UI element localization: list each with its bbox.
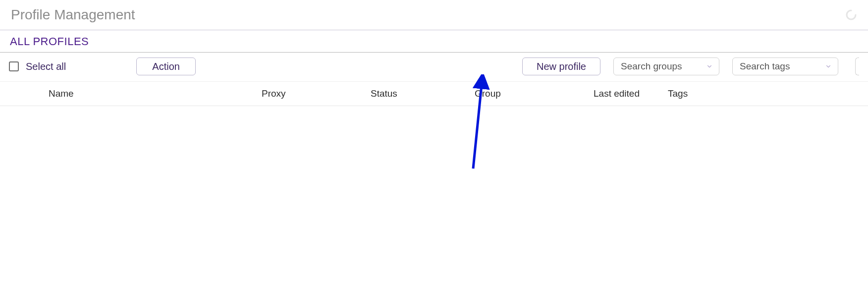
col-last-edited: Last edited	[594, 88, 668, 99]
loading-icon	[845, 9, 857, 21]
section-heading-row: ALL PROFILES	[0, 30, 868, 53]
search-tags-placeholder: Search tags	[740, 61, 790, 72]
table-header: Name Proxy Status Group Last edited Tags	[0, 82, 868, 106]
search-tags-select[interactable]: Search tags	[732, 58, 838, 75]
toolbar: Select all Action New profile Search gro…	[0, 53, 868, 82]
chevron-down-icon	[825, 63, 832, 70]
page-title: Profile Management	[11, 7, 135, 23]
search-groups-placeholder: Search groups	[621, 61, 682, 72]
select-all-checkbox[interactable]	[9, 61, 19, 71]
action-button[interactable]: Action	[136, 58, 196, 75]
col-status: Status	[371, 88, 475, 99]
search-groups-select[interactable]: Search groups	[613, 58, 719, 75]
chevron-down-icon	[706, 63, 713, 70]
col-name: Name	[49, 88, 262, 99]
col-tags: Tags	[668, 88, 859, 99]
section-title: ALL PROFILES	[10, 35, 858, 48]
select-all-wrap: Select all	[9, 61, 66, 72]
select-all-label: Select all	[26, 61, 66, 72]
new-profile-button[interactable]: New profile	[522, 58, 600, 75]
col-group: Group	[475, 88, 594, 99]
title-bar: Profile Management	[0, 0, 868, 30]
col-proxy: Proxy	[262, 88, 371, 99]
truncated-control[interactable]	[855, 58, 859, 75]
